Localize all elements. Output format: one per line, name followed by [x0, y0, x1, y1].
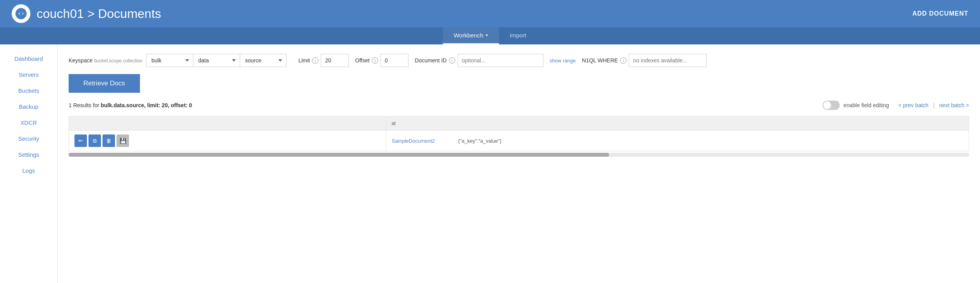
toggle-area: enable field editing — [823, 101, 889, 110]
show-range-link[interactable]: show range — [550, 58, 576, 64]
add-document-button[interactable]: ADD DOCUMENT — [912, 10, 968, 17]
doc-id-info-icon[interactable]: i — [449, 57, 455, 64]
results-row: 1 Results for bulk.data.source, limit: 2… — [69, 101, 969, 110]
sidebar-item-xdcr[interactable]: XDCR — [0, 115, 57, 131]
limit-group: Limit i — [298, 54, 349, 67]
sidebar-item-servers[interactable]: Servers — [0, 67, 57, 83]
svg-point-1 — [19, 12, 23, 15]
batch-nav: < prev batch | next batch > — [898, 102, 969, 108]
doc-id-link[interactable]: SampleDocument2 — [392, 138, 435, 144]
subnav-workbench-label: Workbench — [454, 32, 483, 39]
bucket-select[interactable]: bulk — [146, 54, 193, 67]
sidebar-item-logs[interactable]: Logs — [0, 163, 57, 179]
prev-batch-link[interactable]: < prev batch — [898, 102, 928, 108]
table-head: id — [69, 117, 969, 131]
n1ql-info-icon[interactable]: i — [620, 57, 626, 64]
keyspace-hint: bucket.scope.collection — [94, 58, 142, 64]
row-actions: ✏⧉🗑💾 — [69, 131, 386, 151]
page-title: couch01 > Documents — [37, 7, 161, 21]
scrollbar-thumb — [69, 153, 609, 157]
subnav: Workbench ▾ Import — [0, 27, 980, 44]
offset-info-icon[interactable]: i — [372, 57, 378, 64]
n1ql-label: N1QL WHERE — [582, 57, 618, 64]
delete-button[interactable]: 🗑 — [103, 134, 115, 147]
subnav-import-label: Import — [510, 32, 527, 39]
table-header-row: id — [69, 117, 969, 131]
header-left: couch01 > Documents — [12, 4, 161, 23]
retrieve-docs-button[interactable]: Retrieve Docs — [69, 74, 140, 93]
horizontal-scrollbar[interactable] — [69, 153, 969, 157]
keyspace-row: Keyspace bucket.scope.collection bulk da… — [69, 54, 969, 67]
sidebar-item-buckets[interactable]: Buckets — [0, 83, 57, 99]
field-editing-toggle[interactable] — [823, 101, 840, 110]
doc-id-group: Document ID i — [415, 54, 543, 67]
edit-button[interactable]: ✏ — [74, 134, 87, 147]
app-layout: Dashboard Servers Buckets Backup XDCR Se… — [0, 44, 980, 283]
offset-input[interactable] — [380, 54, 409, 67]
table-row: ✏⧉🗑💾SampleDocument2{"a_key":"a_value"} — [69, 131, 969, 151]
subnav-item-workbench[interactable]: Workbench ▾ — [443, 27, 499, 44]
doc-id-input[interactable] — [458, 54, 543, 67]
doc-value: {"a_key":"a_value"} — [458, 138, 501, 144]
col-actions — [69, 117, 386, 131]
next-batch-link[interactable]: next batch > — [939, 102, 969, 108]
app-logo — [12, 4, 30, 23]
sidebar: Dashboard Servers Buckets Backup XDCR Se… — [0, 44, 58, 283]
doc-id-label: Document ID — [415, 57, 447, 64]
sidebar-item-settings[interactable]: Settings — [0, 147, 57, 163]
results-text: 1 Results for bulk.data.source, limit: 2… — [69, 102, 192, 108]
documents-table: id ✏⧉🗑💾SampleDocument2{"a_key":"a_value"… — [69, 116, 969, 151]
offset-group: Offset i — [355, 54, 409, 67]
n1ql-group: N1QL WHERE i — [582, 54, 707, 67]
sidebar-item-backup[interactable]: Backup — [0, 99, 57, 115]
n1ql-input[interactable] — [629, 54, 707, 67]
app-header: couch01 > Documents ADD DOCUMENT — [0, 0, 980, 27]
save-button[interactable]: 💾 — [117, 134, 129, 147]
limit-offset-area: Limit i Offset i Document ID i show rang… — [298, 54, 707, 67]
scope-select[interactable]: data — [193, 54, 240, 67]
collection-select[interactable]: source — [240, 54, 287, 67]
sidebar-item-security[interactable]: Security — [0, 131, 57, 147]
main-content: Keyspace bucket.scope.collection bulk da… — [58, 44, 980, 283]
sidebar-item-dashboard[interactable]: Dashboard — [0, 51, 57, 67]
subnav-item-import[interactable]: Import — [499, 27, 538, 44]
limit-info-icon[interactable]: i — [312, 57, 318, 64]
keyspace-label: Keyspace bucket.scope.collection — [69, 57, 142, 64]
batch-separator: | — [933, 102, 935, 108]
copy-button[interactable]: ⧉ — [88, 134, 101, 147]
row-id-cell: SampleDocument2{"a_key":"a_value"} — [386, 131, 969, 151]
toggle-label: enable field editing — [844, 102, 889, 108]
offset-label: Offset — [355, 57, 370, 64]
keyspace-selects: bulk data source — [146, 54, 287, 67]
table-body: ✏⧉🗑💾SampleDocument2{"a_key":"a_value"} — [69, 131, 969, 151]
limit-label: Limit — [298, 57, 310, 64]
results-right: enable field editing < prev batch | next… — [823, 101, 969, 110]
col-id: id — [386, 117, 969, 131]
chevron-down-icon: ▾ — [486, 33, 488, 38]
limit-input[interactable] — [321, 54, 349, 67]
